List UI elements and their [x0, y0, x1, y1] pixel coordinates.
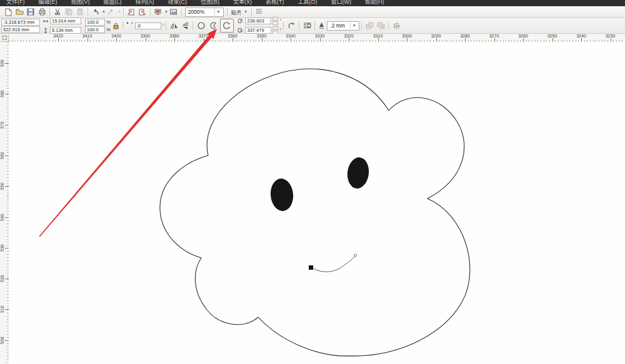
rotation-angle-icon [125, 21, 134, 30]
arc-angles-group: ° ° [237, 17, 281, 35]
cut-button[interactable] [52, 7, 63, 17]
position-y-field[interactable] [1, 26, 40, 33]
outline-width-value: .2 mm [330, 22, 345, 29]
pie-icon [209, 21, 218, 30]
h-ruler-label: 3360 [224, 34, 241, 38]
outline-width-group: .2 mm ▼ [317, 21, 359, 31]
h-ruler-label: 3280 [456, 34, 474, 38]
outline-pen-icon [317, 21, 326, 30]
open-button[interactable] [14, 7, 25, 17]
menu-item[interactable]: 工具(O) [298, 0, 318, 6]
print-button[interactable] [36, 7, 48, 17]
to-back-icon [376, 21, 385, 30]
arc-tool-button[interactable] [220, 19, 234, 32]
application-launcher-caret[interactable]: ▼ [164, 10, 168, 14]
menu-item[interactable]: 窗口(W) [331, 0, 352, 6]
mirror-horizontal-button[interactable] [168, 21, 179, 31]
pie-tool-button[interactable] [208, 19, 220, 32]
h-ruler-label: 3260 [514, 34, 532, 38]
new-document-button[interactable] [2, 7, 14, 17]
zoom-level-combobox[interactable]: 2000% ▼ [185, 7, 224, 17]
object-position-group [1, 19, 40, 33]
vertical-ruler[interactable]: 590580570560550540530520510500 [0, 42, 9, 364]
toolbar-separator [49, 7, 50, 16]
h-ruler-label: 3290 [428, 34, 445, 38]
save-button[interactable] [25, 7, 36, 17]
menu-item[interactable]: 表格(T) [266, 0, 284, 6]
to-back-button[interactable] [375, 21, 386, 31]
h-ruler-label: 3420 [49, 34, 67, 38]
h-ruler-label: 3300 [398, 34, 416, 38]
snap-to-label: 贴齐 [231, 8, 242, 16]
options-icon [255, 7, 264, 16]
paste-button[interactable] [74, 7, 86, 17]
lock-ratio-icon[interactable] [112, 21, 121, 30]
application-launcher-button[interactable] [152, 7, 164, 17]
object-height-field[interactable] [50, 27, 81, 34]
new-document-icon [4, 7, 12, 16]
menu-items: 文件(F)编辑(E)视图(V)版面(L)排列(A)效果(C)位图(B)文本(X)… [0, 0, 625, 6]
menu-item[interactable]: 位图(B) [201, 0, 219, 6]
h-ruler-label: 3350 [253, 34, 271, 38]
menu-item[interactable]: 编辑(E) [39, 0, 58, 6]
menu-item[interactable]: 视图(V) [71, 0, 90, 6]
menu-item[interactable]: 文件(F) [6, 0, 25, 6]
horizontal-ruler[interactable]: 3420341034003390338033703360335033403330… [9, 34, 625, 42]
menu-item[interactable]: 文本(X) [233, 0, 252, 6]
scale-y-field[interactable] [85, 26, 105, 33]
zoom-level-caret[interactable]: ▼ [214, 9, 222, 16]
toolbar-separator [251, 7, 252, 16]
arc-direction-button[interactable] [286, 21, 297, 31]
h-ruler-label: 3400 [108, 34, 125, 38]
ellipse-tool-button[interactable] [195, 19, 208, 32]
start-angle-field[interactable] [245, 17, 271, 24]
snap-to-dropdown[interactable]: 贴齐 ▼ [229, 8, 249, 16]
convert-to-curves-button[interactable] [391, 21, 402, 31]
open-folder-icon [15, 7, 24, 16]
scale-x-field[interactable] [85, 19, 105, 26]
h-ruler-label: 3330 [311, 34, 329, 38]
object-width-field[interactable] [50, 17, 81, 24]
menu-item[interactable]: 版面(L) [104, 0, 122, 6]
paste-clipboard-icon [76, 7, 84, 16]
export-button[interactable] [137, 7, 148, 17]
scissors-icon [53, 7, 62, 16]
start-angle-spinner[interactable] [272, 17, 278, 25]
scale-factor-group: % % [85, 19, 121, 33]
welcome-screen-icon [169, 7, 178, 16]
outline-width-combobox[interactable]: .2 mm ▼ [327, 21, 359, 31]
to-front-button[interactable] [364, 21, 375, 31]
propbar-separator [314, 21, 315, 30]
import-button[interactable] [126, 7, 137, 17]
propbar-separator [299, 21, 299, 30]
rotation-angle-field[interactable] [135, 22, 161, 29]
save-floppy-icon [26, 7, 35, 16]
outline-width-caret[interactable]: ▼ [350, 22, 358, 29]
ruler-origin-corner[interactable] [0, 34, 9, 42]
h-ruler-label: 3230 [602, 34, 619, 38]
redo-button[interactable] [106, 7, 117, 17]
scale-x-unit: % [106, 19, 111, 25]
object-size-group [42, 17, 81, 35]
position-x-field[interactable] [1, 19, 40, 26]
welcome-screen-button[interactable] [168, 7, 179, 17]
propbar-separator [166, 21, 166, 30]
drawing-canvas[interactable] [9, 42, 625, 364]
undo-arrow-icon [91, 7, 100, 16]
arc-icon [222, 21, 231, 30]
propbar-separator [283, 21, 284, 30]
propbar-separator [122, 21, 123, 30]
menu-item[interactable]: 效果(C) [168, 0, 188, 6]
copy-button[interactable] [63, 7, 74, 17]
import-icon [127, 7, 136, 16]
mirror-vertical-button[interactable] [179, 21, 191, 31]
options-button[interactable] [254, 7, 265, 17]
undo-button[interactable] [90, 7, 101, 17]
end-angle-field[interactable] [245, 27, 271, 34]
property-bar: % % ° ° ° [0, 18, 625, 34]
redo-dropdown-caret[interactable]: ▼ [118, 10, 121, 14]
menu-bar: 文件(F)编辑(E)视图(V)版面(L)排列(A)效果(C)位图(B)文本(X)… [0, 0, 625, 6]
menu-item[interactable]: 排列(A) [136, 0, 154, 6]
menu-item[interactable]: 帮助(H) [365, 0, 384, 6]
wrap-paragraph-text-button[interactable] [301, 21, 312, 31]
